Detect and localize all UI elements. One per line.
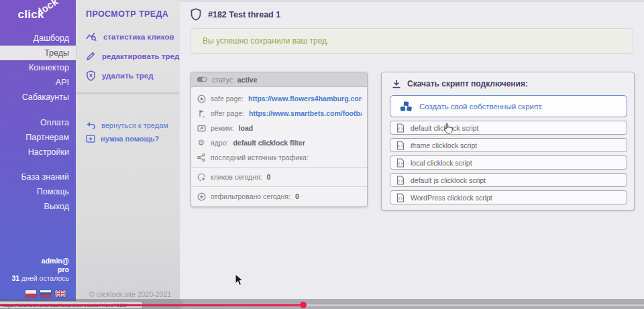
default-clicklock-script-button[interactable]: default clicklock script [390,121,627,135]
core-value: default clicklock filter [233,139,305,147]
cubes-icon [400,101,413,112]
row-label: ядро: [211,139,228,147]
sidebar-item-dashboard[interactable]: Дашборд [0,31,76,46]
click-stats-icon [86,32,97,42]
sub-action-label: статистика кликов [103,33,174,41]
thread-details-card: статус: active safe page: https://www.fl… [191,72,368,207]
status-label: статус: [212,76,235,84]
main-content: #182 Test thread 1 Вы успешно сохранили … [180,0,644,300]
create-custom-script-button[interactable]: Создать свой собственный скрипт. [390,95,627,117]
sidebar-item-connector[interactable]: Коннектор [0,60,76,75]
sub-action-label: удалить тред [102,72,153,80]
create-custom-script-label: Создать свой собственный скрипт. [419,103,543,111]
sidebar: clicklock Дашборд Треды Коннектор API Са… [0,0,76,309]
edit-thread-action[interactable]: редактировать тред [76,46,180,66]
back-to-threads-link[interactable]: вернуться к тредам [76,119,180,132]
filtered-today-value: 0 [295,192,299,200]
toggle-icon[interactable] [197,76,207,82]
safe-page-link[interactable]: https://www.flowers4hamburg.com/ [248,95,362,103]
account-plan: pro [11,265,69,274]
file-code-icon [396,176,405,185]
row-label: кликов сегодня: [211,173,262,181]
row-label: режим: [211,124,234,132]
clicklock-logo[interactable]: clicklock [0,0,76,28]
sidebar-item-subaccounts[interactable]: Сабакаунты [0,90,76,105]
row-label: отфильтровано сегодня: [211,192,290,200]
sidebar-item-threads[interactable]: Треды [0,46,76,60]
copyright-text: © clicklock.site 2020-2021 [89,290,171,298]
shield-icon [191,8,201,21]
mode-value: load [239,124,254,132]
thread-view-submenu: ПРОСМОТР ТРЕДА статистика кликов редакти… [76,0,180,309]
safe-page-row: safe page: https://www.flowers4hamburg.c… [197,91,362,106]
page-header: #182 Test thread 1 [191,8,280,21]
submenu-title: ПРОСМОТР ТРЕДА [76,0,180,19]
days-left-text: дней осталось [19,274,69,282]
wordpress-clicklock-script-button[interactable]: WordPress clicklock script [390,190,627,204]
click-statistics-action[interactable]: статистика кликов [76,27,180,46]
sub-link-label: вернуться к тредам [101,121,168,129]
last-traffic-source-row: последний источник трафика: [197,150,362,165]
filtered-today-row: отфильтровано сегодня: 0 [197,189,362,204]
window-redirect-icon [197,125,206,132]
core-row: ⚙ ядро: default clicklock filter [197,135,362,150]
sub-action-label: редактировать тред [102,52,179,60]
flag-pole-icon [198,109,205,118]
file-code-icon [396,141,405,150]
pencil-icon [86,51,96,61]
sidebar-item-partners[interactable]: Партнерам [0,130,76,145]
video-progress-bar-filled[interactable] [0,304,303,306]
card-divider [191,186,367,187]
video-progress-handle[interactable] [300,302,307,308]
top-divider [180,0,644,2]
sidebar-item-help[interactable]: Помощь [0,184,76,199]
click-icon [197,173,206,182]
script-button-label: default js clicklock script [411,176,486,184]
file-code-icon [396,158,405,168]
success-alert: Вы успешно сохранили ваш тред. [191,28,633,54]
file-code-icon [396,123,405,133]
gear-icon: ⚙ [198,139,205,147]
clicks-today-row: кликов сегодня: 0 [197,170,362,184]
thread-status-header: статус: active [191,72,367,87]
file-code-icon [396,193,405,202]
sidebar-item-payment[interactable]: Оплата [0,115,76,130]
russia-flag-icon[interactable] [40,290,51,297]
offer-page-row: offer page: https://www.smartbets.com/fo… [197,106,362,121]
account-days-left: 31 дней осталось [11,274,69,283]
script-button-label: default clicklock script [411,124,479,132]
shield-x-icon [86,70,96,81]
sidebar-item-api[interactable]: API [0,75,76,90]
clicks-today-value: 0 [267,173,271,181]
sub-link-label: нужна помощь? [101,135,159,143]
need-help-link[interactable]: нужна помощь? [76,132,180,145]
sidebar-item-knowledge-base[interactable]: База знаний [0,170,76,184]
sidebar-item-logout[interactable]: Выход [0,199,76,214]
success-alert-message: Вы успешно сохранили ваш тред. [203,36,329,46]
panel-header: Скачать скрипт подключения: [390,79,626,88]
plus-square-icon [86,135,95,143]
card-divider [191,167,367,168]
offer-page-link[interactable]: https://www.smartbets.com/football/tea..… [249,109,362,117]
uk-flag-icon[interactable] [55,290,66,297]
status-value: active [237,76,258,84]
panel-title: Скачать скрипт подключения: [407,79,528,88]
mode-row: режим: load [197,121,362,135]
row-label: последний источник трафика: [211,153,309,162]
row-label: offer page: [211,109,244,117]
script-button-label: WordPress clicklock script [411,194,492,202]
account-info: admin@ pro 31 дней осталось [11,257,69,283]
poland-flag-icon[interactable] [25,290,36,297]
local-clicklock-script-button[interactable]: local clicklock script [390,156,627,170]
iframe-clicklock-script-button[interactable]: iframe clicklock script [390,138,627,152]
script-button-label: iframe clicklock script [411,141,477,149]
page-title: #182 Test thread 1 [208,10,280,19]
sidebar-item-settings[interactable]: Настройки [0,145,76,160]
script-button-label: local clicklock script [411,159,472,167]
video-progress-bar-remaining[interactable] [303,304,644,306]
download-icon [392,79,401,88]
undo-arrow-icon [86,121,96,129]
days-left-number: 31 [11,274,19,282]
delete-thread-action[interactable]: удалить тред [76,66,180,86]
default-js-clicklock-script-button[interactable]: default js clicklock script [390,173,627,187]
